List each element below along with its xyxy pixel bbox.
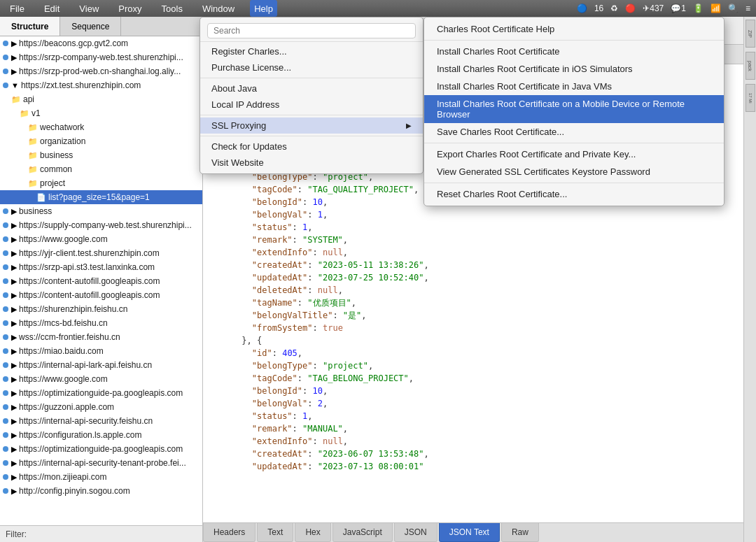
code-line: "id": 405, bbox=[211, 347, 735, 359]
menubar-icon-wifi: 📶 bbox=[710, 3, 721, 13]
tab-response-jsontext[interactable]: JSON Text bbox=[439, 523, 500, 542]
expand-icon: ▼ bbox=[11, 81, 19, 90]
tree-item-optguide1[interactable]: ▶ https://optimizationguide-pa.googleapi… bbox=[0, 386, 202, 400]
tree-item-supply[interactable]: ▶ https://supply-company-web.test.shuren… bbox=[0, 218, 202, 232]
tree-label: common bbox=[40, 164, 72, 174]
menubar-icon-menu[interactable]: ≡ bbox=[746, 3, 750, 13]
filter-label: Filter: bbox=[6, 529, 27, 539]
ssl-item-install-ios[interactable]: Install Charles Root Certificate in iOS … bbox=[424, 60, 724, 78]
tree-item-zxt[interactable]: ▼ https://zxt.test.shurenzhipin.com bbox=[0, 78, 202, 92]
tree-item-list[interactable]: 📄 list?page_size=15&page=1 bbox=[0, 190, 202, 204]
tree-item-srzp-api[interactable]: ▶ https://srzp-api.st3.test.lanxinka.com bbox=[0, 260, 202, 274]
tree-label: api bbox=[23, 94, 34, 104]
tree-item-lark[interactable]: ▶ https://internal-api-lark-api.feishu.c… bbox=[0, 358, 202, 372]
tree-item-tenant[interactable]: ▶ https://internal-api-security-tenant-p… bbox=[0, 456, 202, 470]
tree-item-optguide2[interactable]: ▶ https://optimizationguide-pa.googleapi… bbox=[0, 442, 202, 456]
tree-label: https://srzp-api.st3.test.lanxinka.com bbox=[19, 262, 155, 272]
menubar-view[interactable]: View bbox=[75, 0, 103, 17]
help-menu[interactable]: Register Charles... Purchase License... … bbox=[200, 17, 424, 174]
folder-icon: 📁 bbox=[28, 151, 38, 160]
menubar: File Edit View Proxy Tools Window Help 🔵… bbox=[0, 0, 756, 17]
tree-item-common[interactable]: 📁 common bbox=[0, 162, 202, 176]
tree-item-zijie[interactable]: ▶ https://mon.zijieapi.com bbox=[0, 470, 202, 484]
menu-item-check-updates[interactable]: Check for Updates bbox=[200, 138, 423, 155]
code-line: "fromSystem": true bbox=[211, 322, 735, 334]
tree-item-google1[interactable]: ▶ https://www.google.com bbox=[0, 232, 202, 246]
tree-item-content1[interactable]: ▶ https://content-autofill.googleapis.co… bbox=[0, 274, 202, 288]
menubar-file[interactable]: File bbox=[6, 0, 29, 17]
expand-icon: ▶ bbox=[11, 291, 17, 300]
tree-item-v1[interactable]: 📁 v1 bbox=[0, 106, 202, 120]
help-search-input[interactable] bbox=[207, 23, 416, 38]
tree-item-organization[interactable]: 📁 organization bbox=[0, 134, 202, 148]
ssl-item-install-root[interactable]: Install Charles Root Certificate bbox=[424, 43, 724, 60]
tab-response-text[interactable]: Text bbox=[257, 523, 293, 542]
tree-label: https://content-autofill.googleapis.com bbox=[19, 276, 160, 286]
tab-response-hex[interactable]: Hex bbox=[295, 523, 330, 542]
expand-icon: ▶ bbox=[11, 333, 17, 342]
tab-response-headers[interactable]: Headers bbox=[203, 523, 255, 542]
tree-item-business2[interactable]: ▶ business bbox=[0, 204, 202, 218]
menu-item-register[interactable]: Register Charles... bbox=[200, 43, 423, 59]
tree-item-guzzoni[interactable]: ▶ https://guzzoni.apple.com bbox=[0, 400, 202, 414]
tab-response-javascript[interactable]: JavaScript bbox=[332, 523, 393, 542]
tab-response-raw[interactable]: Raw bbox=[501, 523, 539, 542]
tree-label: wechatwork bbox=[40, 122, 84, 132]
tree-item-business[interactable]: 📁 business bbox=[0, 148, 202, 162]
menu-item-purchase[interactable]: Purchase License... bbox=[200, 59, 423, 76]
expand-icon: ▶ bbox=[11, 39, 17, 48]
ssl-item-view-keystore[interactable]: View Generated SSL Certificates Keystore… bbox=[424, 163, 724, 180]
tree-item-security[interactable]: ▶ https://internal-api-security.feishu.c… bbox=[0, 414, 202, 428]
menu-sep bbox=[200, 115, 423, 115]
menu-item-visit-website[interactable]: Visit Website bbox=[200, 155, 423, 171]
menu-item-about-java[interactable]: About Java bbox=[200, 80, 423, 97]
tree-item-api[interactable]: 📁 api bbox=[0, 92, 202, 106]
tree-item-wechatwork[interactable]: 📁 wechatwork bbox=[0, 120, 202, 134]
menubar-window[interactable]: Window bbox=[198, 0, 239, 17]
ssl-item-install-java[interactable]: Install Charles Root Certificate in Java… bbox=[424, 78, 724, 95]
menu-item-ssl-proxying[interactable]: SSL Proxying bbox=[200, 117, 423, 134]
menubar-icon-recycle: ♻ bbox=[610, 3, 618, 13]
tree-item-srzp-company[interactable]: ▶ https://srzp-company-web.test.shurenzh… bbox=[0, 50, 202, 64]
menubar-tools[interactable]: Tools bbox=[158, 0, 187, 17]
expand-icon: ▶ bbox=[11, 431, 17, 440]
tree-item-google2[interactable]: ▶ https://www.google.com bbox=[0, 372, 202, 386]
tab-response-json[interactable]: JSON bbox=[394, 523, 438, 542]
expand-icon: ▶ bbox=[11, 221, 17, 230]
ssl-item-help[interactable]: Charles Root Certificate Help bbox=[424, 20, 724, 38]
menubar-edit[interactable]: Edit bbox=[40, 0, 64, 17]
ssl-item-save-cert[interactable]: Save Charles Root Certificate... bbox=[424, 123, 724, 141]
tree-item-yjr[interactable]: ▶ https://yjr-client.test.shurenzhipin.c… bbox=[0, 246, 202, 260]
tab-sequence[interactable]: Sequence bbox=[60, 17, 121, 36]
filter-input[interactable] bbox=[27, 529, 197, 539]
tree-item-content2[interactable]: ▶ https://content-autofill.googleapis.co… bbox=[0, 288, 202, 302]
code-line: "updatedAt": "2023-07-25 10:52:40", bbox=[211, 271, 735, 284]
help-search-container bbox=[200, 20, 423, 42]
tree-item-mcs[interactable]: ▶ https://mcs-bd.feishu.cn bbox=[0, 316, 202, 330]
bottom-tabs: Headers Text Hex JavaScript JSON JSON Te… bbox=[203, 522, 743, 542]
expand-icon: ▶ bbox=[11, 417, 17, 426]
code-line: "status": 1, bbox=[211, 221, 735, 234]
tree-item-feishu1[interactable]: ▶ https://shurenzhipin.feishu.cn bbox=[0, 302, 202, 316]
menubar-icon-search[interactable]: 🔍 bbox=[728, 3, 738, 13]
tree-item-wss[interactable]: ▶ wss://ccm-frontier.feishu.cn bbox=[0, 330, 202, 344]
tree-list[interactable]: ▶ https://beacons.gcp.gvt2.com ▶ https:/… bbox=[0, 36, 202, 525]
tree-item-sogou[interactable]: ▶ http://config.pinyin.sogou.com bbox=[0, 484, 202, 498]
code-line: "updatedAt": "2023-07-13 08:00:01" bbox=[211, 460, 735, 473]
expand-icon: ▶ bbox=[11, 305, 17, 314]
tree-item-config-ls[interactable]: ▶ https://configuration.ls.apple.com bbox=[0, 428, 202, 442]
tree-item-baidu[interactable]: ▶ https://miao.baidu.com bbox=[0, 344, 202, 358]
expand-icon: ▶ bbox=[11, 403, 17, 412]
tree-item-beacons[interactable]: ▶ https://beacons.gcp.gvt2.com bbox=[0, 36, 202, 50]
tree-item-srzp-prod[interactable]: ▶ https://srzp-prod-web.cn-shanghai.log.… bbox=[0, 64, 202, 78]
code-line: "belongId": 10, bbox=[211, 385, 735, 397]
tab-structure[interactable]: Structure bbox=[0, 17, 60, 36]
ssl-item-export[interactable]: Export Charles Root Certificate and Priv… bbox=[424, 145, 724, 163]
tree-item-project[interactable]: 📁 project bbox=[0, 176, 202, 190]
menubar-help[interactable]: Help bbox=[250, 0, 277, 17]
ssl-submenu[interactable]: Charles Root Certificate Help Install Ch… bbox=[424, 17, 724, 206]
menubar-proxy[interactable]: Proxy bbox=[114, 0, 146, 17]
ssl-item-install-mobile[interactable]: Install Charles Root Certificate on a Mo… bbox=[424, 95, 724, 123]
ssl-item-reset[interactable]: Reset Charles Root Certificate... bbox=[424, 185, 724, 203]
menu-item-local-ip[interactable]: Local IP Address bbox=[200, 97, 423, 113]
